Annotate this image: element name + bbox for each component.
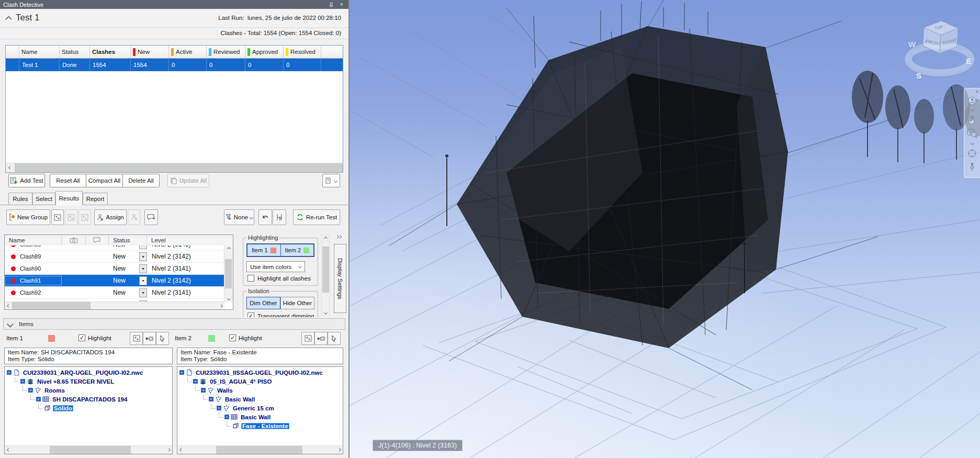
clash-row[interactable]: Clash91New▾Nivel 2 (3142) bbox=[5, 275, 224, 287]
tree1-scroll-thumb[interactable] bbox=[50, 446, 131, 454]
scroll-left-icon[interactable] bbox=[177, 446, 185, 454]
tests-scroll-thumb[interactable] bbox=[15, 163, 343, 172]
col-level-header[interactable]: Level bbox=[147, 235, 233, 245]
col-status-header[interactable]: Status bbox=[109, 235, 147, 245]
scroll-left-icon[interactable] bbox=[5, 302, 12, 309]
tests-col-header[interactable]: Clashes bbox=[90, 46, 131, 58]
tree-node[interactable]: -Basic Wall bbox=[177, 412, 343, 421]
tree-node-label[interactable]: SH DISCAPACITADOS 194 bbox=[51, 396, 128, 403]
scroll-up-icon[interactable] bbox=[224, 245, 233, 252]
new-group-button[interactable]: New Group bbox=[6, 209, 50, 225]
results-vertical-scrollbar[interactable] bbox=[224, 245, 233, 302]
status-dropdown-icon[interactable]: ▾ bbox=[139, 264, 147, 273]
tree-node-label[interactable]: CUI2339031_IISSAG-UGEL_PUQUIO-I02.nwc bbox=[195, 370, 324, 376]
assign-button[interactable]: Assign bbox=[94, 209, 127, 225]
navbar-close-icon[interactable]: × bbox=[976, 89, 978, 94]
item2-group-button[interactable] bbox=[301, 332, 314, 345]
tree-node-label[interactable]: Basic Wall bbox=[224, 396, 256, 403]
group-clashes-button[interactable] bbox=[51, 209, 64, 225]
compass-west-label[interactable]: W bbox=[908, 40, 916, 49]
compass-south-label[interactable]: S bbox=[916, 71, 921, 80]
undo-button[interactable] bbox=[258, 209, 272, 225]
add-test-button[interactable]: Add Test bbox=[8, 174, 45, 187]
clash-status-cell[interactable]: New▾ bbox=[109, 245, 147, 249]
collapse-node-icon[interactable]: - bbox=[209, 397, 213, 401]
tree-node-label[interactable]: 05_IS_AGUA_4° PISO bbox=[209, 378, 273, 385]
tests-horizontal-scrollbar[interactable] bbox=[6, 163, 343, 172]
tree-node[interactable]: -Generic 15 cm bbox=[177, 404, 343, 412]
clash-row[interactable]: Clash89New▾Nivel 2 (3142) bbox=[5, 251, 224, 263]
collapse-node-icon[interactable]: - bbox=[7, 370, 12, 375]
item1-select-button[interactable] bbox=[156, 332, 169, 345]
panel-titlebar[interactable]: Clash Detective × bbox=[0, 0, 348, 9]
tree2-scroll-thumb[interactable] bbox=[216, 446, 302, 454]
compass-east-label[interactable]: E bbox=[966, 57, 971, 65]
comment-column-header[interactable] bbox=[86, 235, 109, 245]
items-collapse-icon[interactable] bbox=[7, 321, 14, 328]
col-name-header[interactable]: Name bbox=[5, 235, 62, 245]
status-dropdown-icon[interactable]: ▾ bbox=[139, 245, 147, 249]
update-all-button[interactable]: Update All bbox=[167, 174, 209, 187]
delete-all-button[interactable]: Delete All bbox=[123, 174, 160, 187]
item1-highlight-checkbox[interactable]: ✓ bbox=[78, 334, 85, 341]
hide-other-button[interactable]: Hide Other bbox=[280, 297, 314, 309]
tree-node[interactable]: -Walls bbox=[177, 386, 343, 395]
item2-select-button[interactable] bbox=[328, 332, 341, 345]
item2-highlight-button[interactable]: Item 2 bbox=[281, 244, 314, 256]
tests-col-header[interactable]: New bbox=[131, 46, 169, 58]
tests-col-header[interactable]: Active bbox=[169, 46, 207, 58]
clash-status-cell[interactable]: New▾ bbox=[109, 276, 147, 285]
tree-node[interactable]: -CUI2339031_IISSAG-UGEL_PUQUIO-I02.nwc bbox=[177, 368, 343, 377]
results-hscroll-thumb[interactable] bbox=[12, 302, 91, 309]
tests-col-header[interactable]: Resolved bbox=[284, 46, 321, 58]
clash-status-cell[interactable]: New▾ bbox=[109, 264, 147, 273]
results-horizontal-scrollbar[interactable] bbox=[5, 301, 224, 309]
tree-node[interactable]: Fase - Existente bbox=[177, 421, 343, 430]
tree-node[interactable]: Sólido bbox=[5, 404, 172, 412]
dim-other-button[interactable]: Dim Other bbox=[246, 297, 280, 309]
scroll-right-icon[interactable] bbox=[165, 446, 172, 454]
tab-select[interactable]: Select bbox=[32, 193, 55, 205]
tab-rules[interactable]: Rules bbox=[8, 193, 32, 205]
tree-node[interactable]: -CUI2339031_ARQ-UGEL_PUQUIO-I02.nwc bbox=[5, 368, 172, 377]
pan-tool-icon[interactable] bbox=[964, 115, 980, 125]
tests-col-header[interactable]: Approved bbox=[245, 46, 284, 58]
collapse-node-icon[interactable]: - bbox=[179, 370, 184, 375]
reset-all-button[interactable]: Reset All bbox=[50, 174, 86, 187]
scroll-down-icon[interactable] bbox=[224, 295, 233, 302]
status-dropdown-icon[interactable]: ▾ bbox=[139, 276, 147, 285]
tree-node-label[interactable]: Rooms bbox=[43, 387, 66, 394]
zoom-window-tool-icon[interactable] bbox=[964, 128, 980, 139]
side-scroll-thumb[interactable] bbox=[322, 247, 329, 293]
side-vertical-scrollbar[interactable] bbox=[321, 234, 330, 316]
status-dropdown-icon[interactable]: ▾ bbox=[139, 252, 147, 261]
collapse-chevron-icon[interactable] bbox=[5, 16, 12, 23]
compact-all-button[interactable]: Compact All bbox=[86, 174, 123, 187]
test-options-dropdown[interactable] bbox=[322, 174, 340, 187]
tree-node-label[interactable]: Fase - Existente bbox=[241, 423, 289, 429]
unassign-button[interactable] bbox=[128, 209, 140, 225]
look-tool-icon[interactable] bbox=[964, 148, 980, 159]
highlight-all-checkbox[interactable] bbox=[247, 275, 254, 282]
clash-row[interactable]: Clash92New▾Nivel 2 (3141) bbox=[5, 287, 224, 299]
collapse-node-icon[interactable]: - bbox=[193, 379, 198, 384]
add-comment-button[interactable] bbox=[144, 209, 158, 225]
clash-status-cell[interactable]: New▾ bbox=[109, 288, 147, 297]
item2-focus-button[interactable] bbox=[314, 332, 328, 345]
tree-node-label[interactable]: Basic Wall bbox=[240, 414, 272, 420]
tree-node-label[interactable]: Nivel +8.65 TERCER NIVEL bbox=[36, 378, 115, 385]
item2-highlight-checkbox[interactable]: ✓ bbox=[229, 334, 236, 341]
scroll-right-icon[interactable] bbox=[217, 302, 224, 309]
scroll-up-icon[interactable] bbox=[322, 235, 329, 241]
zoom-options-chevron-icon[interactable] bbox=[964, 142, 980, 144]
tab-results[interactable]: Results bbox=[55, 191, 83, 205]
pin-icon[interactable] bbox=[328, 2, 335, 8]
walk-tool-icon[interactable] bbox=[964, 162, 980, 172]
item1-highlight-button[interactable]: Item 1 bbox=[247, 244, 281, 256]
collapse-node-icon[interactable]: - bbox=[224, 415, 229, 419]
rerun-test-button[interactable]: Re-run Test bbox=[293, 209, 340, 225]
scroll-left-icon[interactable] bbox=[6, 163, 15, 172]
tree-node[interactable]: -Rooms bbox=[5, 386, 172, 395]
tree-node-label[interactable]: Walls bbox=[216, 387, 234, 394]
tests-col-header[interactable]: Name bbox=[19, 46, 60, 58]
